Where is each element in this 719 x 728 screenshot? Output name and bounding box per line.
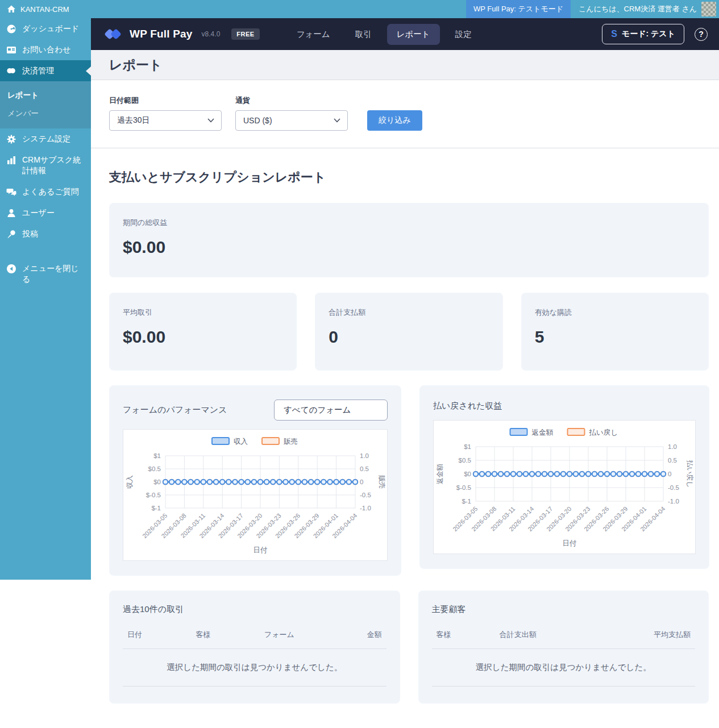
svg-text:収入: 収入 [126,475,134,489]
sidebar-item-label: システム設定 [22,134,70,144]
sidebar-item-label: 投稿 [22,228,38,239]
free-badge: FREE [231,28,259,40]
svg-text:$0.5: $0.5 [148,465,161,472]
mode-test-button[interactable]: S モード: テスト [602,24,684,44]
svg-text:販売: 販売 [284,438,298,446]
sidebar-item-crm-stats[interactable]: CRMサブスク統計情報 [0,149,91,181]
sidebar-item-label: お問い合わせ [22,44,70,55]
form-filter-select[interactable]: すべてのフォーム [274,400,388,421]
submenu-item-reports[interactable]: レポート [0,86,91,105]
user-greeting[interactable]: こんにちは、CRM決済 運営者 さん [571,4,701,14]
filter-submit-button[interactable]: 絞り込み [367,110,422,131]
collapse-arrow-icon [6,263,16,274]
nav-tab-settings[interactable]: 設定 [446,24,481,45]
stat-label: 合計支払額 [329,307,489,318]
stat-card-average-transaction: 平均取引 $0.00 [109,293,297,371]
svg-text:日付: 日付 [563,539,577,547]
stat-label: 平均取引 [123,307,283,318]
currency-label: 通貨 [235,95,348,106]
svg-text:$-1: $-1 [151,505,161,511]
svg-text:0.5: 0.5 [668,457,677,464]
date-range-select[interactable]: 過去30日 [109,110,222,131]
payments-icon [6,65,16,76]
page-title: レポート [109,56,163,74]
empty-message: 選択した期間の取引は見つかりませんでした。 [432,649,696,687]
svg-text:0.5: 0.5 [360,465,369,472]
sidebar-item-faq[interactable]: よくあるご質問 [0,181,91,202]
page-header: レポート [91,50,719,80]
report-heading: 支払いとサブスクリプションレポート [109,169,709,186]
svg-text:1.0: 1.0 [668,443,677,450]
filters-bar: 日付範囲 過去30日 通貨 USD ($) 絞り込み [91,80,719,148]
column-header: フォーム [260,625,339,649]
recent-transactions-card: 過去10件の取引 日付 客様 フォーム 金額 選択した期間の取引は見つかりません… [109,590,400,704]
sidebar-collapse-menu[interactable]: メニューを閉じる [0,258,91,290]
svg-text:日付: 日付 [253,546,268,554]
svg-text:$0: $0 [153,479,161,485]
chevron-down-icon [207,118,214,123]
column-header: 客様 [192,625,260,649]
nav-tab-forms[interactable]: フォーム [287,24,340,45]
currency-select[interactable]: USD ($) [235,110,348,131]
sidebar-item-system-settings[interactable]: システム設定 [0,128,91,149]
submenu-item-members[interactable]: メンバー [0,105,91,123]
sidebar-item-users[interactable]: ユーザー [0,202,91,223]
top-customers-card: 主要顧客 客様 合計支出額 平均支払額 選択した期間の取引は見つかりませんでした… [418,590,709,704]
comments-icon [6,186,16,197]
nav-tab-transactions[interactable]: 取引 [346,24,381,45]
stat-label: 期間の総収益 [123,218,695,228]
svg-text:販売: 販売 [378,475,386,489]
stat-label: 有効な購読 [535,307,695,318]
wp-full-pay-logo-icon [105,27,124,41]
pin-icon [6,228,16,239]
sidebar-item-dashboard[interactable]: ダッシュボード [0,18,91,39]
report-section: 支払いとサブスクリプションレポート 期間の総収益 $0.00 平均取引 $0.0… [91,148,719,728]
chart-bar-icon [6,155,16,165]
sidebar-item-payments[interactable]: 決済管理 [0,60,91,81]
plugin-nav-links: フォーム 取引 レポート 設定 [287,24,481,45]
column-header: 金額 [339,625,386,649]
sidebar-item-label: 決済管理 [22,65,54,76]
home-icon [7,5,16,14]
currency-value: USD ($) [243,116,272,125]
help-icon[interactable]: ? [695,28,708,41]
sidebar-item-label: ダッシュボード [22,23,79,34]
user-icon [6,207,16,218]
site-name: KANTAN-CRM [20,5,69,14]
column-header: 日付 [123,625,192,649]
main-content: WP Full Pay v8.4.0 FREE フォーム 取引 レポート 設定 … [91,18,719,728]
site-home-link[interactable]: KANTAN-CRM [0,5,69,14]
svg-text:$1: $1 [464,443,471,450]
admin-sidebar: ダッシュボード お問い合わせ 決済管理 レポート メンバー [0,18,91,580]
svg-text:$-0.5: $-0.5 [146,492,161,498]
stat-value: 5 [535,327,695,347]
nav-tab-reports[interactable]: レポート [387,24,440,45]
form-performance-title: フォームのパフォーマンス [123,405,227,415]
sidebar-item-feedback[interactable]: お問い合わせ [0,39,91,60]
svg-text:$0.5: $0.5 [459,457,471,464]
column-header: 合計支出額 [495,625,611,649]
svg-text:払い戻し: 払い戻し [686,460,694,488]
svg-text:収入: 収入 [234,438,248,446]
testmode-badge[interactable]: WP Full Pay: テストモード [466,0,571,18]
recent-transactions-table: 日付 客様 フォーム 金額 選択した期間の取引は見つかりませんでした。 [123,625,386,687]
svg-text:返金額: 返金額 [436,464,444,484]
date-range-label: 日付範囲 [109,95,222,106]
plugin-brand: WP Full Pay v8.4.0 FREE [105,27,260,41]
svg-text:0: 0 [360,479,363,485]
svg-text:$1: $1 [153,452,161,459]
stat-card-total-payments: 合計支払額 0 [315,293,502,371]
stripe-icon: S [611,30,617,39]
svg-text:払い戻し: 払い戻し [589,429,618,436]
stat-value: $0.00 [123,238,695,257]
stat-value: $0.00 [123,327,283,347]
svg-text:$-1: $-1 [462,498,471,505]
admin-top-bar: KANTAN-CRM WP Full Pay: テストモード こんにちは、CRM… [0,0,719,18]
form-performance-chart: $11.0$0.50.5$00$-0.5-0.5$-1-1.02026-03-0… [123,429,388,561]
dashboard-icon [6,23,16,34]
refunded-revenue-chart: $11.0$0.50.5$00$-0.5-0.5$-1-1.02026-03-0… [433,420,696,554]
plugin-nav-bar: WP Full Pay v8.4.0 FREE フォーム 取引 レポート 設定 … [91,18,719,50]
avatar[interactable] [701,2,716,16]
svg-text:0: 0 [668,471,671,477]
sidebar-item-posts[interactable]: 投稿 [0,223,91,244]
